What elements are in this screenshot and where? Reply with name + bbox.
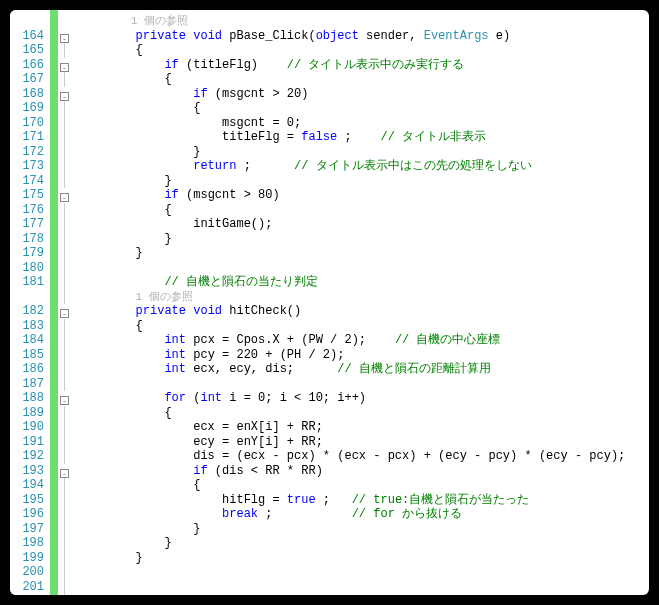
code-line[interactable]: dis = (ecx - pcx) * (ecx - pcx) + (ecy -… xyxy=(78,449,649,464)
code-line[interactable]: { xyxy=(78,406,649,421)
line-number[interactable]: 165 xyxy=(10,43,44,58)
code-line[interactable]: { xyxy=(78,478,649,493)
code-line[interactable]: { xyxy=(78,43,649,58)
fold-toggle-icon[interactable]: - xyxy=(60,309,69,318)
fold-toggle-icon[interactable]: - xyxy=(60,396,69,405)
code-editor-window: 1641651661671681691701711721731741751761… xyxy=(10,10,649,595)
line-number[interactable]: 194 xyxy=(10,478,44,493)
code-line[interactable]: { xyxy=(78,203,649,218)
fold-toggle-icon[interactable]: - xyxy=(60,193,69,202)
fold-toggle-icon[interactable]: - xyxy=(60,92,69,101)
line-number[interactable]: 191 xyxy=(10,435,44,450)
code-line[interactable]: } xyxy=(78,536,649,551)
line-number[interactable]: 195 xyxy=(10,493,44,508)
code-line[interactable]: ecx = enX[i] + RR; xyxy=(78,420,649,435)
line-number[interactable]: 192 xyxy=(10,449,44,464)
line-number[interactable]: 182 xyxy=(10,304,44,319)
code-line[interactable]: msgcnt = 0; xyxy=(78,116,649,131)
line-number[interactable]: 180 xyxy=(10,261,44,276)
line-number[interactable]: 170 xyxy=(10,116,44,131)
line-number[interactable]: 172 xyxy=(10,145,44,160)
line-number[interactable]: 183 xyxy=(10,319,44,334)
fold-toggle-icon[interactable]: - xyxy=(60,63,69,72)
line-number[interactable]: 168 xyxy=(10,87,44,102)
code-line[interactable]: for (int i = 0; i < 10; i++) xyxy=(78,391,649,406)
code-line[interactable]: int ecx, ecy, dis; // 自機と隕石の距離計算用 xyxy=(78,362,649,377)
line-number[interactable]: 197 xyxy=(10,522,44,537)
code-line[interactable]: break ; // for から抜ける xyxy=(78,507,649,522)
code-line[interactable]: } xyxy=(78,232,649,247)
code-area[interactable]: 1 個の参照 private void pBase_Click(object s… xyxy=(74,10,649,595)
code-line[interactable]: } xyxy=(78,551,649,566)
line-number[interactable]: 188 xyxy=(10,391,44,406)
code-line[interactable]: private void pBase_Click(object sender, … xyxy=(78,29,649,44)
line-number[interactable]: 164 xyxy=(10,29,44,44)
code-line[interactable]: private void hitCheck() xyxy=(78,304,649,319)
code-line[interactable] xyxy=(78,261,649,276)
line-number[interactable]: 199 xyxy=(10,551,44,566)
code-line[interactable]: } xyxy=(78,522,649,537)
code-line[interactable]: int pcy = 220 + (PH / 2); xyxy=(78,348,649,363)
code-line[interactable] xyxy=(78,377,649,392)
codelens-reference[interactable]: 1 個の参照 xyxy=(78,290,649,305)
code-line[interactable]: if (msgcnt > 80) xyxy=(78,188,649,203)
code-line[interactable]: if (msgcnt > 20) xyxy=(78,87,649,102)
line-number[interactable]: 193 xyxy=(10,464,44,479)
line-number[interactable]: 177 xyxy=(10,217,44,232)
code-line[interactable]: titleFlg = false ; // タイトル非表示 xyxy=(78,130,649,145)
code-line[interactable]: initGame(); xyxy=(78,217,649,232)
code-line[interactable]: if (titleFlg) // タイトル表示中のみ実行する xyxy=(78,58,649,73)
line-number[interactable]: 181 xyxy=(10,275,44,290)
line-number[interactable]: 198 xyxy=(10,536,44,551)
line-number[interactable]: 178 xyxy=(10,232,44,247)
change-marker-column xyxy=(50,10,58,595)
line-number[interactable]: 190 xyxy=(10,420,44,435)
line-number[interactable]: 200 xyxy=(10,565,44,580)
code-line[interactable]: hitFlg = true ; // true:自機と隕石が当たった xyxy=(78,493,649,508)
editor-content: 1641651661671681691701711721731741751761… xyxy=(10,10,649,595)
code-line[interactable]: { xyxy=(78,101,649,116)
fold-toggle-icon[interactable]: - xyxy=(60,469,69,478)
line-number[interactable]: 184 xyxy=(10,333,44,348)
code-line[interactable] xyxy=(78,580,649,595)
code-line[interactable]: { xyxy=(78,72,649,87)
code-line[interactable]: // 自機と隕石の当たり判定 xyxy=(78,275,649,290)
code-line[interactable] xyxy=(78,594,649,595)
line-number[interactable]: 166 xyxy=(10,58,44,73)
code-line[interactable]: } xyxy=(78,174,649,189)
line-number[interactable]: 202 xyxy=(10,594,44,595)
code-line[interactable]: { xyxy=(78,319,649,334)
fold-toggle-icon[interactable]: - xyxy=(60,34,69,43)
code-line[interactable]: int pcx = Cpos.X + (PW / 2); // 自機の中心座標 xyxy=(78,333,649,348)
code-line[interactable]: if (dis < RR * RR) xyxy=(78,464,649,479)
code-line[interactable]: return ; // タイトル表示中はこの先の処理をしない xyxy=(78,159,649,174)
line-number[interactable]: 176 xyxy=(10,203,44,218)
line-number[interactable]: 175 xyxy=(10,188,44,203)
line-number-gutter[interactable]: 1641651661671681691701711721731741751761… xyxy=(10,10,48,595)
code-line[interactable]: ecy = enY[i] + RR; xyxy=(78,435,649,450)
line-number[interactable]: 201 xyxy=(10,580,44,595)
line-number[interactable]: 174 xyxy=(10,174,44,189)
line-number[interactable]: 187 xyxy=(10,377,44,392)
line-number[interactable]: 179 xyxy=(10,246,44,261)
code-line[interactable] xyxy=(78,565,649,580)
line-number[interactable]: 196 xyxy=(10,507,44,522)
line-number[interactable]: 169 xyxy=(10,101,44,116)
code-line[interactable]: } xyxy=(78,145,649,160)
code-line[interactable]: } xyxy=(78,246,649,261)
line-number[interactable]: 189 xyxy=(10,406,44,421)
line-number[interactable]: 185 xyxy=(10,348,44,363)
line-number[interactable]: 173 xyxy=(10,159,44,174)
line-number[interactable]: 186 xyxy=(10,362,44,377)
fold-column[interactable]: ------- xyxy=(60,10,74,595)
line-number[interactable]: 167 xyxy=(10,72,44,87)
line-number[interactable]: 171 xyxy=(10,130,44,145)
